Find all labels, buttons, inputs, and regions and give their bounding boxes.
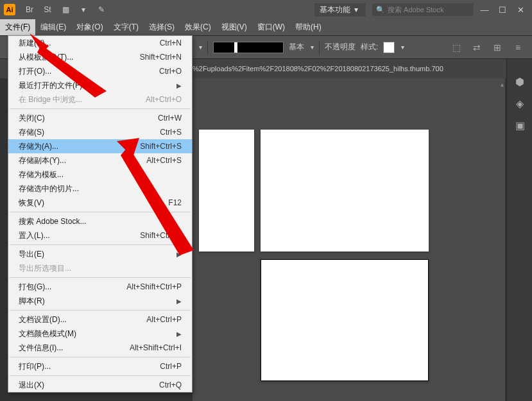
close-button[interactable]: ✕ <box>513 3 528 16</box>
view-mode-icon[interactable]: ▾ <box>76 3 90 17</box>
menu-item-shortcut: Alt+Ctrl+S <box>146 156 182 165</box>
file-menu-item[interactable]: 恢复(V)F12 <box>8 196 192 210</box>
file-menu-item[interactable]: 关闭(C)Ctrl+W <box>8 111 192 125</box>
opacity-label[interactable]: 不透明度 <box>325 42 356 53</box>
file-menu-item[interactable]: 退出(X)Ctrl+Q <box>8 378 192 392</box>
menu-item-shortcut: Ctrl+N <box>160 38 182 47</box>
file-menu-item[interactable]: 文档颜色模式(M)▶ <box>8 327 192 341</box>
menu-object[interactable]: 对象(O) <box>71 19 108 35</box>
artboard-2[interactable] <box>261 130 429 252</box>
dropdown-icon[interactable]: ▾ <box>400 44 404 51</box>
menu-item-label: 存储(S) <box>19 127 160 138</box>
title-bar: Ai Br St ▦ ▾ ✎ 基本功能 ▾ 🔍 搜索 Adobe Stock —… <box>0 0 532 19</box>
align-icon[interactable]: ⬚ <box>449 40 464 55</box>
prefs-icon[interactable]: ≡ <box>510 40 526 55</box>
stock-icon[interactable]: St <box>40 3 55 17</box>
maximize-button[interactable]: ☐ <box>495 3 510 16</box>
artboards-icon[interactable]: ▣ <box>507 114 532 136</box>
menu-divider <box>10 310 191 311</box>
file-menu-item[interactable]: 打印(P)...Ctrl+P <box>8 359 192 373</box>
menu-window[interactable]: 窗口(W) <box>252 19 290 35</box>
brush-icon[interactable]: ✎ <box>94 3 108 17</box>
menu-item-label: 最近打开的文件(F) <box>19 80 174 91</box>
menu-help[interactable]: 帮助(H) <box>290 19 327 35</box>
menu-item-label: 退出(X) <box>19 380 159 391</box>
bridge-icon[interactable]: Br <box>22 3 37 17</box>
search-placeholder: 搜索 Adobe Stock <box>388 5 443 15</box>
app-icon: Ai <box>4 4 15 15</box>
menu-effect[interactable]: 效果(C) <box>180 19 216 35</box>
search-icon: 🔍 <box>376 6 385 14</box>
menu-item-label: 恢复(V) <box>19 198 168 209</box>
file-menu-item[interactable]: 存储副本(Y)...Alt+Ctrl+S <box>8 153 192 167</box>
file-menu-item[interactable]: 置入(L)...Shift+Ctrl+P <box>8 228 192 243</box>
file-menu-item[interactable]: 文件信息(I)...Alt+Shift+Ctrl+I <box>8 341 192 355</box>
dropdown-icon[interactable]: ▾ <box>309 44 314 51</box>
menu-item-label: 导出所选项目... <box>19 263 182 274</box>
workspace-label: 基本功能 <box>320 4 350 15</box>
file-menu-item[interactable]: 存储为模板... <box>8 167 192 182</box>
chevron-down-icon: ▾ <box>354 5 358 14</box>
menu-item-label: 打印(P)... <box>19 361 160 372</box>
arrange-icon[interactable]: ▦ <box>58 3 73 17</box>
file-menu-dropdown: 新建(N)...Ctrl+N从模板新建(T)...Shift+Ctrl+N打开(… <box>8 35 193 393</box>
file-menu-item[interactable]: 打开(O)...Ctrl+O <box>8 64 192 78</box>
canvas[interactable]: ▴ <box>193 78 505 401</box>
menu-file[interactable]: 文件(F) <box>0 19 35 35</box>
cube-icon[interactable]: ⬢ <box>507 71 532 92</box>
minimize-button[interactable]: — <box>477 3 492 16</box>
menu-view[interactable]: 视图(V) <box>216 19 252 35</box>
menu-item-shortcut: Alt+Ctrl+P <box>146 315 182 324</box>
file-menu-item[interactable]: 从模板新建(T)...Shift+Ctrl+N <box>8 50 192 64</box>
file-menu-item[interactable]: 最近打开的文件(F)▶ <box>8 78 192 92</box>
menu-item-shortcut: Alt+Shift+Ctrl+I <box>130 343 182 352</box>
stroke-label: 基本 <box>289 42 304 53</box>
file-menu-item[interactable]: 文档设置(D)...Alt+Ctrl+P <box>8 312 192 327</box>
menu-item-label: 在 Bridge 中浏览... <box>19 94 146 105</box>
menu-item-label: 文档颜色模式(M) <box>19 328 174 339</box>
menu-item-shortcut: Shift+Ctrl+S <box>140 142 182 151</box>
menu-select[interactable]: 选择(S) <box>144 19 180 35</box>
menu-item-shortcut: Shift+Ctrl+N <box>140 53 182 62</box>
menu-item-shortcut: Ctrl+P <box>160 362 182 371</box>
menu-item-label: 打开(O)... <box>19 66 159 77</box>
artboard-3[interactable] <box>261 259 429 381</box>
workspace-switcher[interactable]: 基本功能 ▾ <box>314 3 366 17</box>
file-menu-item[interactable]: 导出(E)▶ <box>8 247 192 261</box>
menu-item-label: 搜索 Adobe Stock... <box>19 216 182 227</box>
layers-icon[interactable]: ◈ <box>507 92 532 114</box>
transform-icon[interactable]: ⇄ <box>469 40 485 55</box>
file-menu-item[interactable]: 搜索 Adobe Stock... <box>8 214 192 228</box>
search-input[interactable]: 🔍 搜索 Adobe Stock <box>372 3 474 17</box>
dropdown-icon[interactable]: ▾ <box>198 44 202 51</box>
file-menu-item[interactable]: 存储选中的切片... <box>8 182 192 196</box>
menu-item-shortcut: Alt+Shift+Ctrl+P <box>126 282 182 291</box>
document-tab[interactable]: %2Fuploads%2Fitem%2F201808%2F02%2F201808… <box>193 65 443 73</box>
file-menu-item[interactable]: 新建(N)...Ctrl+N <box>8 36 192 50</box>
scroll-up-icon[interactable]: ▴ <box>501 81 504 88</box>
menu-item-label: 打包(G)... <box>19 282 126 293</box>
menu-item-label: 存储副本(Y)... <box>19 155 146 166</box>
file-menu-item: 在 Bridge 中浏览...Alt+Ctrl+O <box>8 92 192 107</box>
menu-type[interactable]: 文字(T) <box>108 19 144 35</box>
artboard-1[interactable] <box>199 130 254 252</box>
submenu-arrow-icon: ▶ <box>176 298 182 305</box>
menu-item-label: 存储为模板... <box>19 169 182 180</box>
right-panel-dock: ⬢ ◈ ▣ <box>506 59 532 401</box>
file-menu-item[interactable]: 打包(G)...Alt+Shift+Ctrl+P <box>8 280 192 294</box>
menu-item-shortcut: Ctrl+W <box>158 114 182 123</box>
file-menu-item[interactable]: 脚本(R)▶ <box>8 294 192 308</box>
isolate-icon[interactable]: ⊞ <box>490 40 505 55</box>
menu-item-shortcut: Ctrl+S <box>160 128 182 137</box>
stroke-swatch[interactable] <box>213 42 284 53</box>
style-color[interactable] <box>383 42 395 53</box>
file-menu-item[interactable]: 存储为(A)...Shift+Ctrl+S <box>8 139 192 153</box>
style-label: 样式: <box>361 42 378 53</box>
menu-item-shortcut: Ctrl+O <box>159 67 182 76</box>
file-menu-item[interactable]: 存储(S)Ctrl+S <box>8 125 192 139</box>
file-menu-item: 导出所选项目... <box>8 261 192 275</box>
menu-item-shortcut: Ctrl+Q <box>159 380 182 389</box>
menu-item-label: 从模板新建(T)... <box>19 52 140 63</box>
menu-item-label: 存储选中的切片... <box>19 183 182 194</box>
menu-edit[interactable]: 编辑(E) <box>35 19 71 35</box>
